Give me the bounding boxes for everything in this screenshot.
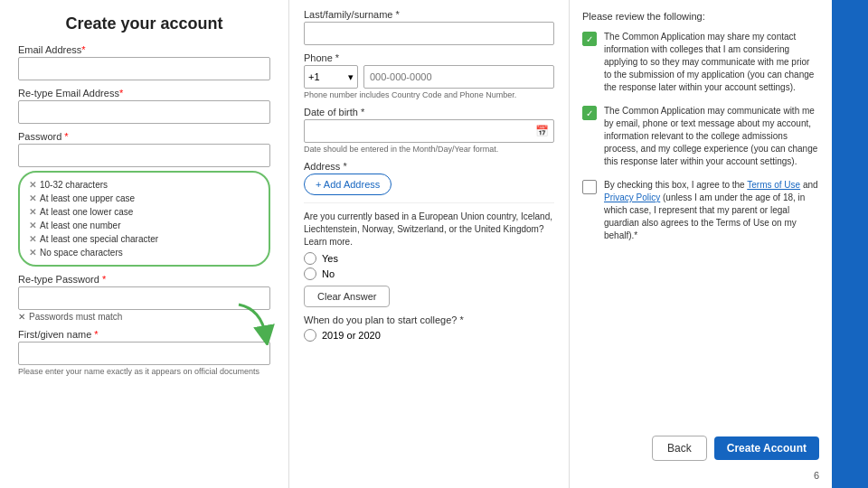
req-number: ✕ At least one number [29,219,259,232]
last-name-input[interactable] [304,22,554,45]
retype-email-group: Re-type Email Address* [18,88,270,124]
req-upper: ✕ At least one upper case [29,192,259,205]
privacy-link[interactable]: Privacy Policy [604,192,660,202]
req-no-space: ✕ No space characters [29,246,259,259]
phone-group: Phone * +1 ▾ Phone number includes Count… [304,52,554,99]
phone-row: +1 ▾ [304,65,554,89]
no-radio[interactable] [304,267,316,280]
dob-group: Date of birth * 📅 Date should be entered… [304,107,554,154]
please-review-header: Please review the following: [582,11,819,22]
eu-radio-group: Yes No [304,252,554,280]
email-label: Email Address* [18,44,270,55]
address-section: Address * + Add Address [304,161,554,195]
add-address-button[interactable]: + Add Address [304,174,392,195]
address-label: Address * [304,161,554,172]
password-input[interactable] [18,144,270,167]
passwords-match-hint: ✕ Passwords must match [18,312,270,322]
terms-link[interactable]: Terms of Use [747,180,800,190]
last-name-label: Last/family/surname * [304,9,554,20]
review-text-2: The Common Application may communicate w… [604,105,819,168]
first-name-input[interactable] [18,342,270,365]
create-account-button[interactable]: Create Account [714,436,819,460]
main-container: Create your account Email Address* Re-ty… [0,0,868,488]
req-lower: ✕ At least one lower case [29,205,259,219]
phone-code-selector[interactable]: +1 ▾ [304,65,358,89]
yes-option[interactable]: Yes [304,252,554,265]
dropdown-icon: ▾ [348,71,354,83]
review-text-1: The Common Application may share my cont… [604,31,819,94]
retype-password-input[interactable] [18,286,270,310]
green-arrow-indicator [234,300,279,349]
when-start-label: When do you plan to start college? * [304,314,554,325]
right-panel: Please review the following: The Common … [570,0,832,488]
start-2019-2020-radio[interactable] [304,329,316,342]
start-2019-2020-option[interactable]: 2019 or 2020 [304,329,554,342]
date-input-wrapper: 📅 [304,119,554,143]
last-name-group: Last/family/surname * [304,9,554,45]
req-length: ✕ 10-32 characters [29,178,259,192]
middle-panel: Last/family/surname * Phone * +1 ▾ Phone… [289,0,570,488]
calendar-icon[interactable]: 📅 [535,125,549,137]
review-checkbox-2[interactable] [582,106,597,120]
back-button[interactable]: Back [652,436,707,461]
retype-password-label: Re-type Password * [18,274,270,285]
page-number: 6 [814,470,819,481]
phone-hint: Phone number includes Country Code and P… [304,90,554,99]
retype-email-label: Re-type Email Address* [18,88,270,99]
review-item-3: By checking this box, I agree to the Ter… [582,179,819,242]
review-item-2: The Common Application may communicate w… [582,105,819,168]
no-option[interactable]: No [304,267,554,280]
retype-password-group: Re-type Password * ✕ Passwords must matc… [18,274,270,322]
clear-answer-button[interactable]: Clear Answer [304,286,390,307]
first-name-hint: Please enter your name exactly as it app… [18,367,270,376]
review-item-1: The Common Application may share my cont… [582,31,819,94]
dob-hint: Date should be entered in the Month/Day/… [304,145,554,154]
retype-email-input[interactable] [18,100,270,124]
page-title: Create your account [18,14,270,33]
password-label: Password * [18,131,270,142]
first-name-label: First/given name * [18,329,270,340]
review-text-3: By checking this box, I agree to the Ter… [604,179,819,242]
email-input[interactable] [18,57,270,80]
left-panel: Create your account Email Address* Re-ty… [0,0,289,488]
first-name-group: First/given name * Please enter your nam… [18,329,270,376]
bottom-actions: Back Create Account [652,436,819,461]
review-checkbox-1[interactable] [582,32,597,46]
dob-input[interactable] [304,119,554,143]
password-requirements: ✕ 10-32 characters ✕ At least one upper … [18,171,270,267]
eu-question: Are you currently based in a European Un… [304,211,554,249]
password-group: Password * ✕ 10-32 characters ✕ At least… [18,131,270,267]
yes-radio[interactable] [304,252,316,265]
start-year-radio-group: 2019 or 2020 [304,329,554,342]
email-group: Email Address* [18,44,270,80]
review-checkbox-3[interactable] [582,180,597,194]
req-special: ✕ At least one special character [29,232,259,246]
dob-label: Date of birth * [304,107,554,117]
phone-number-input[interactable] [363,65,554,89]
phone-label: Phone * [304,52,554,63]
divider [304,202,554,203]
